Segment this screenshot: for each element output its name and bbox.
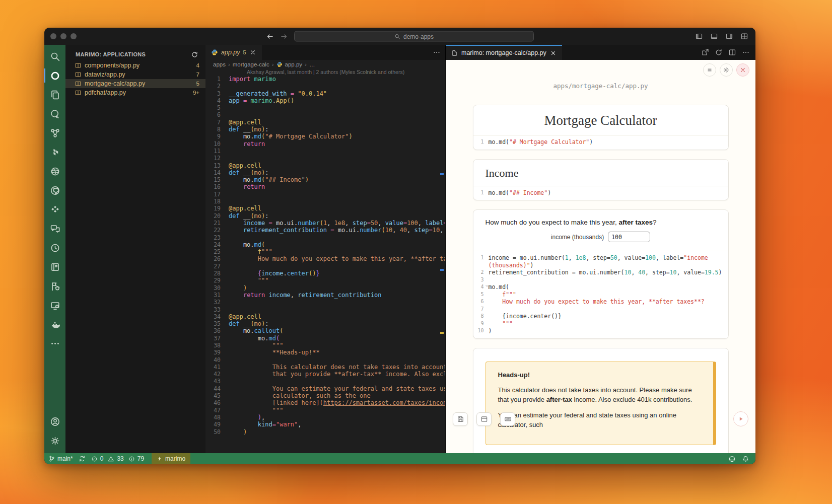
code-line: 47 """ — [205, 407, 445, 414]
toggle-sidebar-icon[interactable] — [695, 32, 703, 40]
marimo-status-chip[interactable]: marimo — [152, 453, 190, 464]
minimize-window-button[interactable] — [60, 33, 66, 39]
code-line: 1import marimo — [205, 76, 445, 83]
tab-app-py[interactable]: app.py 5 — [205, 45, 262, 60]
shutdown-button[interactable] — [736, 63, 749, 77]
cell-code[interactable]: 1mo.md("## Income") — [473, 186, 728, 200]
terraform-icon[interactable] — [44, 142, 65, 162]
more-actions-icon[interactable] — [433, 48, 441, 56]
income-number-input[interactable] — [608, 232, 650, 242]
close-icon — [739, 66, 746, 74]
cell-code[interactable]: 1mo.md("# Mortgage Calculator") — [473, 135, 728, 150]
clock-circle-icon[interactable] — [44, 238, 65, 257]
overview-ruler-mark — [440, 269, 444, 271]
code-line: 30 ) — [205, 284, 445, 292]
open-external-icon[interactable] — [701, 48, 709, 56]
org-chart-icon[interactable] — [44, 123, 65, 142]
sync-status[interactable] — [79, 455, 86, 462]
docker-icon[interactable] — [44, 315, 65, 334]
preview-code-line: 5 f""" — [473, 291, 722, 299]
code-editor[interactable]: 1import marimo23__generated_with = "0.0.… — [205, 75, 445, 453]
notebook-file-icon — [75, 62, 82, 69]
breadcrumb-separator: › — [228, 61, 230, 67]
breadcrumb[interactable]: apps › mortgage-calc › app.py › … — [205, 60, 445, 68]
feedback-smiley-icon[interactable] — [728, 455, 736, 463]
customize-layout-icon[interactable] — [740, 32, 748, 40]
info-icon — [128, 456, 135, 462]
code-line: 26 How much do you expect to make this y… — [205, 255, 445, 262]
breadcrumb-folder[interactable]: mortgage-calc — [233, 61, 269, 67]
callout-paragraph: You can estimate your federal and state … — [498, 411, 701, 430]
code-line: 29 """ — [205, 277, 445, 284]
command-center-search[interactable]: demo-apps — [294, 31, 534, 42]
toggle-panel-icon[interactable] — [710, 32, 718, 40]
code-line: 4app = marimo.App() — [205, 97, 445, 104]
vscode-window: demo-apps MARIMO: APPLICATIONS component… — [44, 28, 755, 464]
app-title: Mortgage Calculator — [473, 105, 728, 135]
keyboard-shortcuts-button[interactable] — [500, 412, 515, 426]
test-flag-icon[interactable] — [44, 276, 65, 296]
sidebar-list: components/app.py4dataviz/app.py7mortgag… — [65, 61, 205, 97]
file-icon — [451, 50, 458, 56]
code-line: 46 [linked here](https://smartasset.com/… — [205, 399, 445, 406]
breadcrumb-apps[interactable]: apps — [213, 61, 226, 67]
toggle-secondary-sidebar-icon[interactable] — [725, 32, 733, 40]
sidebar-item-mortgage-calc-app-py[interactable]: mortgage-calc/app.py5 — [65, 79, 205, 88]
breadcrumb-file[interactable]: app.py — [285, 61, 303, 67]
sidebar-item-components-app-py[interactable]: components/app.py4 — [65, 61, 205, 70]
code-line: 24 mo.md( — [205, 241, 445, 248]
sphere-icon[interactable] — [44, 162, 65, 181]
problems-status[interactable]: 0 33 79 — [91, 455, 146, 462]
zoom-window-button[interactable] — [71, 33, 77, 39]
save-button[interactable] — [453, 412, 468, 426]
git-branch-status[interactable]: main* — [48, 455, 73, 462]
tab-marimo-preview[interactable]: marimo: mortgage-calc/app.py — [446, 45, 562, 60]
callout-title: Heads-up! — [498, 371, 701, 380]
code-line: 43 — [205, 378, 445, 385]
editor-group: app.py 5 apps › mortgage-calc › app.py › — [205, 45, 446, 453]
close-window-button[interactable] — [50, 33, 56, 39]
more-h-icon[interactable] — [44, 334, 65, 353]
preview-code-line: 3 — [473, 276, 722, 284]
github-icon[interactable] — [44, 181, 65, 200]
refresh-icon[interactable] — [715, 48, 723, 56]
remote-monitor-icon[interactable] — [44, 296, 65, 315]
chevron-down-icon[interactable] — [485, 284, 489, 288]
diamonds-icon[interactable] — [44, 200, 65, 219]
play-icon — [737, 415, 744, 422]
gear-icon[interactable] — [44, 431, 65, 450]
callout-text: income. Also exclude 401k contributions. — [572, 396, 692, 403]
panel-layout-button[interactable] — [476, 412, 492, 426]
code-line: 44 You can estimate your federal and sta… — [205, 385, 445, 392]
copy-files-icon[interactable] — [44, 85, 65, 104]
simple-browser-icon[interactable] — [44, 104, 65, 123]
code-line: 33 — [205, 306, 445, 313]
cell-code[interactable]: 1income = mo.ui.number(1, 1e8, step=50, … — [473, 251, 728, 338]
run-button[interactable] — [733, 411, 748, 426]
menu-button[interactable] — [703, 63, 716, 77]
code-line: 19@app.cell — [205, 205, 445, 212]
close-icon[interactable] — [249, 49, 256, 56]
notifications-bell-icon[interactable] — [742, 455, 749, 463]
error-count: 0 — [100, 455, 104, 462]
tab-problem-badge: 5 — [243, 49, 246, 55]
settings-button[interactable] — [720, 63, 733, 77]
status-bar: main* 0 33 79 marimo — [44, 453, 755, 464]
preview-code-line: 6 How much do you expect to make this ye… — [473, 298, 722, 306]
sidebar-item-dataviz-app-py[interactable]: dataviz/app.py7 — [65, 70, 205, 79]
marimo-ring-icon[interactable] — [44, 66, 65, 85]
overview-ruler-mark — [440, 173, 444, 175]
notebook-icon[interactable] — [44, 257, 65, 276]
back-arrow-icon[interactable] — [266, 32, 274, 40]
comments-icon[interactable] — [44, 219, 65, 238]
close-icon[interactable] — [550, 50, 557, 56]
split-editor-icon[interactable] — [728, 48, 736, 56]
breadcrumb-symbol[interactable]: … — [309, 61, 315, 67]
refresh-icon[interactable] — [191, 51, 198, 58]
more-actions-icon[interactable] — [742, 48, 750, 56]
search-icon[interactable] — [44, 47, 65, 66]
forward-arrow-icon[interactable] — [280, 32, 288, 40]
account-icon[interactable] — [44, 412, 65, 431]
sidebar-item-pdfchat-app-py[interactable]: pdfchat/app.py9+ — [65, 88, 205, 97]
code-line: 37 mo.md( — [205, 335, 445, 342]
